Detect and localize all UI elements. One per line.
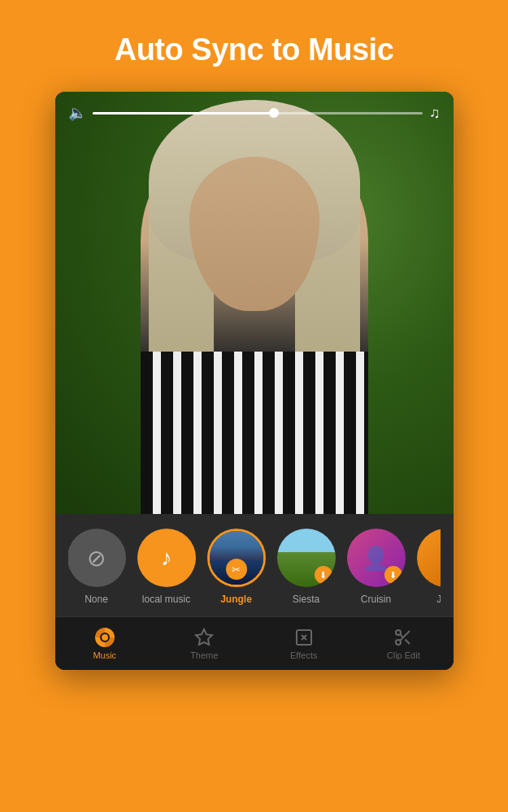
siesta-download-icon: ⬇ bbox=[315, 566, 332, 584]
clip-edit-scissors-icon bbox=[393, 628, 413, 647]
music-item-local[interactable]: ♪ local music bbox=[138, 529, 195, 605]
music-item-ju[interactable]: Ju... bbox=[418, 529, 441, 605]
music-items-list: ⊘ None ♪ local music bbox=[68, 529, 441, 605]
nav-item-theme[interactable]: Theme bbox=[154, 617, 254, 670]
music-item-siesta[interactable]: ⬇ Siesta bbox=[278, 529, 335, 605]
music-thumb-local: ♪ bbox=[137, 529, 196, 587]
music-label-cruisin: Cruisin bbox=[361, 594, 391, 605]
music-note-icon[interactable]: ♫ bbox=[429, 105, 441, 122]
nav-label-theme: Theme bbox=[190, 650, 218, 660]
nav-item-clip-edit[interactable]: Clip Edit bbox=[354, 617, 454, 670]
cruisin-person-icon: 👤 bbox=[362, 545, 390, 572]
volume-icon[interactable]: 🔈 bbox=[68, 104, 86, 122]
music-label-none: None bbox=[85, 594, 108, 605]
nav-label-clip-edit: Clip Edit bbox=[387, 650, 420, 660]
nav-label-effects: Effects bbox=[290, 650, 317, 660]
svg-line-6 bbox=[400, 634, 403, 637]
music-label-jungle: Jungle bbox=[220, 594, 252, 605]
none-slash-icon: ⊘ bbox=[87, 545, 106, 572]
progress-bar[interactable] bbox=[93, 112, 423, 114]
music-thumb-ju bbox=[417, 529, 441, 587]
player-controls: 🔈 ♫ bbox=[55, 104, 454, 122]
svg-marker-0 bbox=[196, 629, 212, 645]
music-item-cruisin[interactable]: 👤 ⬇ Cruisin bbox=[348, 529, 405, 605]
music-thumb-siesta: ⬇ bbox=[277, 529, 336, 587]
music-item-jungle[interactable]: ✂ Jungle bbox=[208, 529, 265, 605]
music-label-local: local music bbox=[142, 594, 190, 605]
music-selector: ⊘ None ♪ local music bbox=[55, 514, 454, 616]
phone-wrapper: 🔈 ♫ ⊘ None bbox=[0, 92, 508, 812]
svg-line-5 bbox=[406, 639, 410, 644]
nav-item-effects[interactable]: Effects bbox=[254, 617, 354, 670]
header: Auto Sync to Music bbox=[0, 0, 508, 92]
music-label-ju: Ju... bbox=[436, 594, 440, 605]
cruisin-download-icon: ⬇ bbox=[384, 566, 402, 584]
svg-point-2 bbox=[396, 630, 401, 635]
scissors-icon: ✂ bbox=[232, 564, 241, 576]
bottom-nav: Music Theme Effects bbox=[55, 616, 454, 670]
svg-point-3 bbox=[396, 640, 401, 645]
music-thumb-none: ⊘ bbox=[68, 529, 126, 587]
progress-handle[interactable] bbox=[269, 108, 279, 118]
music-thumb-cruisin: 👤 ⬇ bbox=[347, 529, 406, 587]
app-container: Auto Sync to Music 🔈 bbox=[0, 0, 508, 812]
effects-icon bbox=[294, 628, 314, 647]
jungle-scissors-badge: ✂ bbox=[226, 559, 247, 580]
local-music-icon: ♪ bbox=[161, 545, 172, 571]
music-label-siesta: Siesta bbox=[293, 594, 319, 605]
music-thumb-jungle: ✂ bbox=[207, 529, 266, 587]
video-area: 🔈 ♫ bbox=[55, 92, 454, 514]
phone-screen: 🔈 ♫ ⊘ None bbox=[55, 92, 454, 670]
person-shirt bbox=[141, 352, 368, 514]
music-vinyl-icon bbox=[95, 628, 115, 647]
music-item-none[interactable]: ⊘ None bbox=[68, 529, 125, 605]
theme-star-icon bbox=[194, 628, 214, 647]
header-title: Auto Sync to Music bbox=[16, 32, 492, 67]
nav-item-music[interactable]: Music bbox=[55, 617, 155, 670]
nav-label-music: Music bbox=[93, 650, 116, 660]
progress-fill bbox=[93, 112, 275, 114]
ju-bg bbox=[417, 529, 441, 587]
